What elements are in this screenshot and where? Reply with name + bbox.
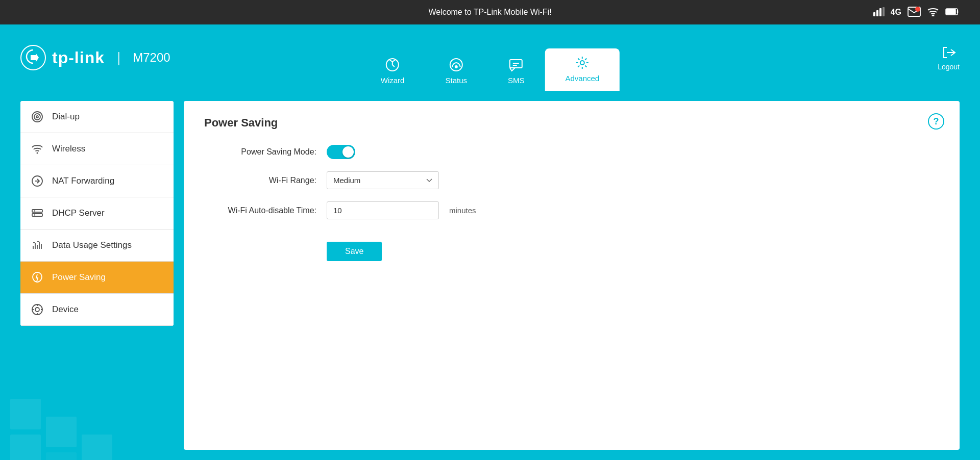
sidebar-label-wireless: Wireless xyxy=(52,144,85,154)
battery-icon xyxy=(945,8,960,17)
logo-text: tp-link xyxy=(52,48,105,67)
svg-point-25 xyxy=(35,308,39,312)
svg-point-15 xyxy=(32,112,42,122)
svg-point-17 xyxy=(36,116,38,118)
network-type: 4G xyxy=(891,8,901,17)
status-bar-icons: 4G xyxy=(873,7,960,18)
svg-point-22 xyxy=(34,210,35,211)
tab-wizard-label: Wizard xyxy=(381,76,405,85)
dialup-icon xyxy=(31,110,44,123)
logo-area: tp-link | M7200 xyxy=(20,45,170,70)
model-divider: | xyxy=(117,49,120,66)
datausage-icon xyxy=(31,239,44,252)
save-button[interactable]: Save xyxy=(327,242,382,261)
dhcp-icon xyxy=(31,207,44,220)
wifi-autodisable-suffix: minutes xyxy=(449,206,476,215)
main-content: Dial-up Wireless NAT Forwarding xyxy=(0,91,980,460)
sidebar-label-datausage: Data Usage Settings xyxy=(52,240,132,250)
sidebar-label-device: Device xyxy=(52,304,79,315)
signal-icon xyxy=(873,7,885,18)
svg-point-14 xyxy=(580,61,584,65)
sidebar-label-dialup: Dial-up xyxy=(52,112,80,122)
sidebar: Dial-up Wireless NAT Forwarding xyxy=(20,101,174,326)
svg-rect-20 xyxy=(32,210,42,212)
navbar: tp-link | M7200 Wizard Status xyxy=(0,24,980,91)
svg-rect-1 xyxy=(876,10,878,16)
toggle-track[interactable] xyxy=(327,145,355,159)
svg-rect-3 xyxy=(883,7,885,16)
wifi-range-select[interactable]: Low Medium High xyxy=(327,171,439,189)
svg-point-18 xyxy=(37,152,38,154)
sidebar-item-dhcp[interactable]: DHCP Server xyxy=(20,197,174,229)
logout-button[interactable]: Logout xyxy=(938,44,960,71)
svg-point-11 xyxy=(450,59,462,71)
power-saving-mode-toggle[interactable] xyxy=(327,145,355,159)
svg-point-16 xyxy=(34,114,40,120)
svg-point-5 xyxy=(915,7,920,12)
nat-icon xyxy=(31,174,44,188)
tab-advanced[interactable]: Advanced xyxy=(545,48,620,91)
sidebar-item-powersaving[interactable]: Power Saving xyxy=(20,262,174,294)
model-name: M7200 xyxy=(133,50,170,65)
toggle-knob xyxy=(342,146,354,158)
tab-wizard[interactable]: Wizard xyxy=(360,50,425,91)
svg-rect-21 xyxy=(32,214,42,216)
svg-rect-2 xyxy=(879,8,881,16)
wifi-autodisable-row: Wi-Fi Auto-disable Time: minutes xyxy=(204,201,939,219)
tab-status[interactable]: Status xyxy=(425,50,487,91)
svg-point-12 xyxy=(455,66,457,68)
tab-advanced-label: Advanced xyxy=(566,74,600,83)
powersaving-icon xyxy=(31,271,44,284)
sidebar-item-device[interactable]: Device xyxy=(20,294,174,326)
status-bar: Welcome to TP-Link Mobile Wi-Fi! 4G xyxy=(0,0,980,24)
wifi-autodisable-input[interactable] xyxy=(327,201,439,219)
power-saving-mode-row: Power Saving Mode: xyxy=(204,145,939,159)
content-panel: Power Saving ? Power Saving Mode: Wi-Fi … xyxy=(184,101,960,450)
svg-rect-8 xyxy=(946,9,955,14)
sidebar-item-wireless[interactable]: Wireless xyxy=(20,133,174,165)
nav-tabs: Wizard Status SMS xyxy=(360,48,620,91)
wifi-status-icon xyxy=(927,7,939,18)
wireless-icon xyxy=(31,142,44,156)
tplink-logo-icon xyxy=(20,45,46,70)
tab-sms-label: SMS xyxy=(508,76,525,85)
wifi-range-row: Wi-Fi Range: Low Medium High xyxy=(204,171,939,189)
power-saving-mode-label: Power Saving Mode: xyxy=(204,147,316,157)
sidebar-label-powersaving: Power Saving xyxy=(52,272,106,283)
sidebar-item-dialup[interactable]: Dial-up xyxy=(20,101,174,133)
save-row: Save xyxy=(204,232,939,261)
tab-status-label: Status xyxy=(445,76,467,85)
sidebar-item-datausage[interactable]: Data Usage Settings xyxy=(20,229,174,262)
sidebar-label-nat: NAT Forwarding xyxy=(52,176,114,186)
svg-point-6 xyxy=(933,15,934,16)
status-bar-title: Welcome to TP-Link Mobile Wi-Fi! xyxy=(428,8,551,17)
tab-sms[interactable]: SMS xyxy=(487,50,545,91)
wifi-autodisable-label: Wi-Fi Auto-disable Time: xyxy=(204,206,316,215)
help-button[interactable]: ? xyxy=(928,113,944,130)
sidebar-item-nat[interactable]: NAT Forwarding xyxy=(20,165,174,197)
panel-title: Power Saving xyxy=(204,116,939,130)
mail-icon xyxy=(908,7,921,18)
logout-label: Logout xyxy=(938,63,960,71)
sidebar-label-dhcp: DHCP Server xyxy=(52,208,105,218)
device-icon xyxy=(31,303,44,316)
svg-point-23 xyxy=(34,214,35,215)
wifi-range-label: Wi-Fi Range: xyxy=(204,176,316,185)
svg-rect-0 xyxy=(873,12,875,16)
